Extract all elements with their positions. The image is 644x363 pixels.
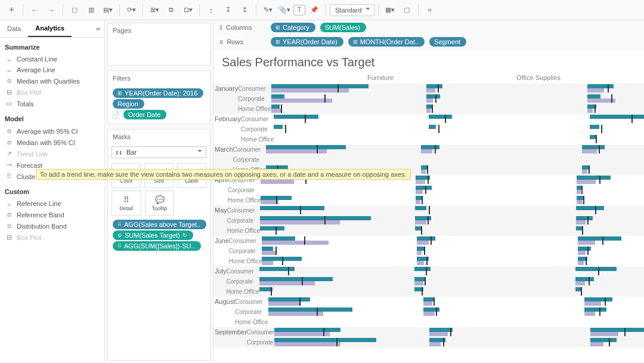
- pin-icon[interactable]: 📌: [306, 2, 322, 18]
- model-heading: Model: [0, 109, 104, 125]
- back-icon[interactable]: ←: [27, 2, 42, 18]
- tab-analytics[interactable]: Analytics: [28, 20, 72, 37]
- filters-shelf[interactable]: Filters ⊞YEAR(Order Date): 2016Region📄Or…: [107, 70, 210, 124]
- logo-icon[interactable]: ✳: [4, 2, 19, 18]
- present-icon[interactable]: ▢: [399, 2, 414, 18]
- analytics-constant-line[interactable]: ⫠Constant Line: [0, 54, 104, 64]
- analytics-median-quartiles[interactable]: ⧈Median with Quartiles: [0, 75, 104, 87]
- pill[interactable]: ⊚SUM(Sales Target)↻: [113, 230, 193, 240]
- pill[interactable]: ⊞Category: [271, 23, 315, 32]
- text-icon[interactable]: T: [293, 5, 305, 16]
- segment-label: Consumer: [238, 84, 271, 94]
- line-icon: ⫠: [5, 56, 13, 63]
- clear-icon[interactable]: ⊡▾: [180, 2, 196, 18]
- analytics-ref-line[interactable]: ⫠Reference Line: [0, 198, 104, 209]
- segment-label: Consumer: [241, 114, 274, 124]
- viz-canvas[interactable]: JanuaryConsumerCorporateHome OfficeFebru…: [213, 84, 644, 363]
- segment-label: Home Office: [238, 104, 271, 114]
- highlight-icon[interactable]: ✎▾: [260, 2, 275, 18]
- pill[interactable]: ⊞YEAR(Order Date): 2016: [113, 88, 203, 98]
- analytics-totals[interactable]: ▭Totals: [0, 98, 104, 109]
- pill[interactable]: Segment: [429, 37, 466, 47]
- cards-pane: Pages Filters ⊞YEAR(Order Date): 2016Reg…: [105, 20, 213, 363]
- new-data-icon[interactable]: ▥: [83, 2, 99, 18]
- segment-label: Corporate: [229, 246, 262, 256]
- bar-icon: ⫾⫾: [116, 149, 123, 156]
- analytics-average-line[interactable]: ⫠Average Line: [0, 64, 104, 75]
- analytics-box-plot-2: ⊟Box Plot: [0, 232, 104, 243]
- viz-title: Sales Performance vs Target: [213, 50, 644, 72]
- swap-icon[interactable]: ⊞▾: [147, 2, 162, 18]
- sort-icon[interactable]: ↥: [237, 2, 252, 18]
- segment-label: Corporate: [241, 124, 274, 134]
- month-label: September: [213, 327, 247, 347]
- attach-icon[interactable]: 📎▾: [277, 2, 292, 18]
- custom-heading: Custom: [0, 182, 104, 198]
- column-header: Technology: [619, 72, 644, 84]
- month-label: August: [213, 297, 235, 327]
- analytics-box-plot: ⊟Box Plot: [0, 87, 104, 98]
- marks-detail-button[interactable]: ⠿Detail: [112, 190, 141, 216]
- trend-icon: ↗: [5, 150, 13, 158]
- pill[interactable]: Region: [113, 99, 144, 109]
- viz-area: ⦀Columns ⊞CategorySUM(Sales) ≡Rows ⊞YEAR…: [213, 20, 644, 363]
- segment-label: Home Office: [227, 226, 260, 236]
- analytics-avg-ci[interactable]: ⧈Average with 95% CI: [0, 125, 104, 137]
- analytics-ref-band[interactable]: ⧈Reference Band: [0, 209, 104, 220]
- segment-label: Corporate: [233, 155, 266, 165]
- marks-card: Marks ⫾⫾Bar ⠿Color◯SizeTLabel ⠿Detail💬To…: [107, 129, 210, 361]
- band-icon: ⧈: [5, 127, 13, 135]
- segment-label: Consumer: [227, 205, 260, 216]
- new-sheet-icon[interactable]: ▤▾: [100, 2, 116, 18]
- box-icon: ⊟: [5, 88, 13, 96]
- segment-label: Home Office: [229, 256, 262, 266]
- rows-shelf[interactable]: ≡Rows ⊞YEAR(Order Date)⊞MONTH(Order Dat.…: [213, 35, 644, 49]
- line-icon: ⫠: [5, 66, 13, 73]
- detail-icon: ⠿: [123, 195, 129, 204]
- sort-desc-icon[interactable]: ↧: [220, 2, 236, 18]
- segment-label: Corporate: [238, 94, 271, 104]
- summarize-heading: Summarize: [0, 38, 104, 54]
- analytics-median-ci[interactable]: ⧈Median with 95% CI: [0, 137, 104, 148]
- share-icon[interactable]: ∝: [422, 2, 438, 18]
- analytics-trend-line: ↗Trend Line: [0, 148, 104, 159]
- segment-label: Consumer: [235, 297, 268, 307]
- sort-asc-icon[interactable]: ↕: [203, 2, 219, 18]
- trend-line-tooltip: To add a trend line, make sure the view …: [36, 169, 411, 180]
- dup-icon[interactable]: ⧉: [163, 2, 179, 18]
- pill[interactable]: Order Date: [123, 110, 166, 119]
- forecast-icon: ⤳: [5, 161, 13, 169]
- segment-label: Home Office: [227, 287, 259, 297]
- pill[interactable]: ⠿AGG(Sales above Target..: [113, 220, 206, 229]
- analytics-pane: Data Analytics ≑ Summarize ⫠Constant Lin…: [0, 20, 105, 363]
- fit-dropdown[interactable]: Standard: [330, 4, 374, 16]
- pill[interactable]: SUM(Sales): [320, 23, 366, 32]
- segment-label: Corporate: [228, 185, 261, 195]
- band-icon: ⧈: [5, 139, 13, 146]
- refresh-icon[interactable]: ⟳▾: [123, 2, 139, 18]
- showme-icon[interactable]: ▦▾: [382, 2, 398, 18]
- pages-shelf[interactable]: Pages: [107, 23, 210, 66]
- analytics-dist-band[interactable]: ⧈Distribution Band: [0, 220, 104, 232]
- band-icon: ⧈: [5, 222, 13, 230]
- band-icon: ⧈: [5, 211, 13, 219]
- forward-icon[interactable]: →: [44, 2, 59, 18]
- month-label: January: [213, 84, 238, 114]
- tab-data[interactable]: Data: [0, 21, 28, 36]
- totals-icon: ▭: [5, 100, 13, 107]
- pill[interactable]: ⊞MONTH(Order Dat..: [348, 37, 425, 47]
- month-label: July: [213, 266, 227, 297]
- marks-type-dropdown[interactable]: ⫾⫾Bar: [112, 146, 206, 158]
- columns-shelf[interactable]: ⦀Columns ⊞CategorySUM(Sales): [213, 20, 644, 35]
- pill[interactable]: ⠿AGG(SUM([Sales])-SU..: [113, 241, 201, 251]
- context-icon: 📄: [112, 111, 120, 119]
- segment-label: Home Office: [241, 134, 274, 144]
- segment-label: Home Office: [235, 317, 268, 327]
- month-label: February: [213, 114, 241, 144]
- marks-tooltip-button[interactable]: 💬Tooltip: [145, 190, 175, 216]
- pill[interactable]: ⊞YEAR(Order Date): [271, 37, 343, 47]
- panel-menu-icon[interactable]: ≑: [92, 25, 104, 33]
- segment-label: Corporate: [227, 276, 259, 287]
- save-icon[interactable]: ▢: [67, 2, 82, 18]
- segment-label: Home Office: [228, 195, 261, 205]
